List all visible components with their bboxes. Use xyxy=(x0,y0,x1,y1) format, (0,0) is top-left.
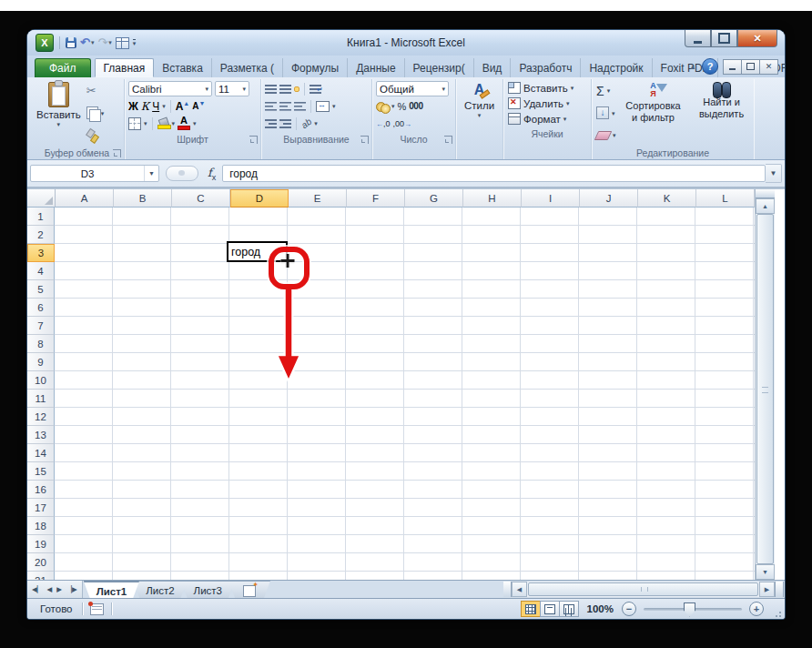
workbook-close-button[interactable]: ✕ xyxy=(759,59,778,75)
comma-format-button[interactable]: 000 xyxy=(409,101,422,111)
column-header-D[interactable]: D xyxy=(230,189,289,208)
scroll-down-button[interactable]: ▼ xyxy=(756,564,775,580)
chevron-down-icon[interactable]: ▾ xyxy=(391,104,395,108)
column-header-C[interactable]: C xyxy=(172,189,230,208)
minimize-button[interactable] xyxy=(685,30,711,47)
page-layout-view-button[interactable] xyxy=(540,601,560,617)
row-header-7[interactable]: 7 xyxy=(27,317,55,335)
insert-worksheet-button[interactable] xyxy=(228,581,270,598)
vertical-scroll-thumb[interactable] xyxy=(756,214,774,564)
ribbon-tab-Данные[interactable]: Данные xyxy=(347,58,403,77)
row-header-1[interactable]: 1 xyxy=(27,208,55,226)
column-header-F[interactable]: F xyxy=(347,189,405,208)
close-button[interactable]: ✕ xyxy=(737,30,777,47)
bold-button[interactable]: Ж xyxy=(128,100,138,113)
column-header-G[interactable]: G xyxy=(405,189,463,208)
align-left-button[interactable] xyxy=(265,102,277,111)
align-top-button[interactable] xyxy=(265,85,277,94)
maximize-button[interactable] xyxy=(711,30,737,47)
dialog-launcher-icon[interactable] xyxy=(249,136,258,144)
dialog-launcher-icon[interactable] xyxy=(113,149,121,157)
currency-format-button[interactable] xyxy=(376,101,389,112)
format-painter-button[interactable] xyxy=(86,127,105,143)
resize-grip[interactable] xyxy=(772,604,781,613)
row-header-13[interactable]: 13 xyxy=(27,426,55,444)
borders-button[interactable] xyxy=(128,117,141,130)
chevron-down-icon[interactable]: ▾ xyxy=(172,121,176,126)
chevron-down-icon[interactable]: ▾ xyxy=(144,121,147,126)
zoom-slider-thumb[interactable] xyxy=(684,602,695,617)
dialog-launcher-icon[interactable] xyxy=(444,136,452,144)
font-color-button[interactable]: А xyxy=(178,116,190,130)
shrink-font-button[interactable]: А▼ xyxy=(192,100,205,111)
row-header-8[interactable]: 8 xyxy=(27,335,55,353)
row-header-19[interactable]: 19 xyxy=(27,535,55,553)
row-header-3[interactable]: 3 xyxy=(27,244,55,262)
align-right-button[interactable] xyxy=(294,102,306,111)
name-box[interactable]: D3 ▼ xyxy=(30,165,159,182)
ribbon-tab-Разработч[interactable]: Разработч xyxy=(510,58,580,77)
scroll-left-button[interactable]: ◀ xyxy=(512,582,527,597)
ribbon-tab-Файл[interactable]: Файл xyxy=(35,58,91,77)
active-cell-D3[interactable]: город xyxy=(227,241,288,262)
zoom-slider[interactable] xyxy=(644,608,742,611)
row-header-4[interactable]: 4 xyxy=(27,262,55,280)
select-all-corner[interactable] xyxy=(27,189,56,208)
column-header-L[interactable]: L xyxy=(696,189,755,208)
sheet-cells[interactable]: город xyxy=(55,208,755,580)
paste-button[interactable]: Вставить ▾ xyxy=(33,80,85,146)
expand-formula-bar-button[interactable]: ▼ xyxy=(766,164,782,183)
chevron-down-icon[interactable]: ▼ xyxy=(144,166,158,181)
insert-cells-button[interactable]: Вставить▾ xyxy=(508,80,588,96)
zoom-out-button[interactable]: − xyxy=(622,602,636,616)
chevron-down-icon[interactable]: ▾ xyxy=(193,121,197,126)
row-header-15[interactable]: 15 xyxy=(27,462,55,481)
ribbon-tab-Надстройк[interactable]: Надстройк xyxy=(580,58,651,77)
row-header-11[interactable]: 11 xyxy=(27,390,55,408)
row-header-18[interactable]: 18 xyxy=(27,517,55,535)
grow-font-button[interactable]: А▲ xyxy=(176,100,190,113)
autosum-button[interactable]: Σ▾ xyxy=(596,83,616,98)
chevron-down-icon[interactable]: ▾ xyxy=(162,104,166,108)
font-family-select[interactable]: Calibri▾ xyxy=(128,81,212,96)
clear-button[interactable]: ▾ xyxy=(596,127,616,143)
horizontal-split-box[interactable] xyxy=(775,582,784,597)
sheet-tab-Лист1[interactable]: Лист1 xyxy=(84,581,140,598)
align-center-button[interactable] xyxy=(279,102,291,111)
orientation-button[interactable]: ab xyxy=(299,116,314,131)
row-header-20[interactable]: 20 xyxy=(27,553,55,572)
vertical-split-handle[interactable] xyxy=(756,189,775,198)
format-cells-button[interactable]: Формат▾ xyxy=(508,111,588,127)
column-header-K[interactable]: K xyxy=(638,189,696,208)
next-sheet-button[interactable]: ▶ xyxy=(55,585,64,593)
italic-button[interactable]: К xyxy=(141,100,149,113)
fill-color-button[interactable] xyxy=(157,118,169,129)
chevron-down-icon[interactable]: ▾ xyxy=(314,121,318,126)
ribbon-tab-Формулы[interactable]: Формулы xyxy=(282,58,347,77)
align-bottom-button[interactable] xyxy=(294,86,299,92)
ribbon-tab-Вставка[interactable]: Вставка xyxy=(154,58,211,77)
help-icon[interactable]: ? xyxy=(702,58,718,75)
delete-cells-button[interactable]: Удалить▾ xyxy=(508,96,588,111)
normal-view-button[interactable] xyxy=(521,601,541,617)
increase-decimal-button[interactable]: ←,0 xyxy=(376,119,391,128)
formula-input[interactable]: город xyxy=(222,165,766,182)
table-tool-button[interactable] xyxy=(116,37,129,49)
row-header-2[interactable]: 2 xyxy=(27,226,55,244)
horizontal-scroll-thumb[interactable] xyxy=(528,582,758,596)
column-header-H[interactable]: H xyxy=(463,189,522,208)
decrease-decimal-button[interactable]: ,00→ xyxy=(393,119,412,128)
workbook-restore-button[interactable] xyxy=(741,59,760,75)
ribbon-tab-Вид[interactable]: Вид xyxy=(473,58,511,77)
cut-button[interactable]: ✂ xyxy=(86,83,105,98)
number-format-select[interactable]: Общий▾ xyxy=(376,81,449,96)
underline-button[interactable]: Ч xyxy=(152,100,159,113)
row-header-12[interactable]: 12 xyxy=(27,408,55,426)
column-header-B[interactable]: B xyxy=(114,189,172,208)
horizontal-scrollbar[interactable]: ◀ ▶ xyxy=(503,582,784,597)
row-header-10[interactable]: 10 xyxy=(27,371,55,390)
row-header-21[interactable]: 21 xyxy=(27,572,55,580)
save-button[interactable] xyxy=(66,37,76,48)
scroll-up-button[interactable]: ▲ xyxy=(756,198,775,214)
column-header-E[interactable]: E xyxy=(289,189,347,208)
